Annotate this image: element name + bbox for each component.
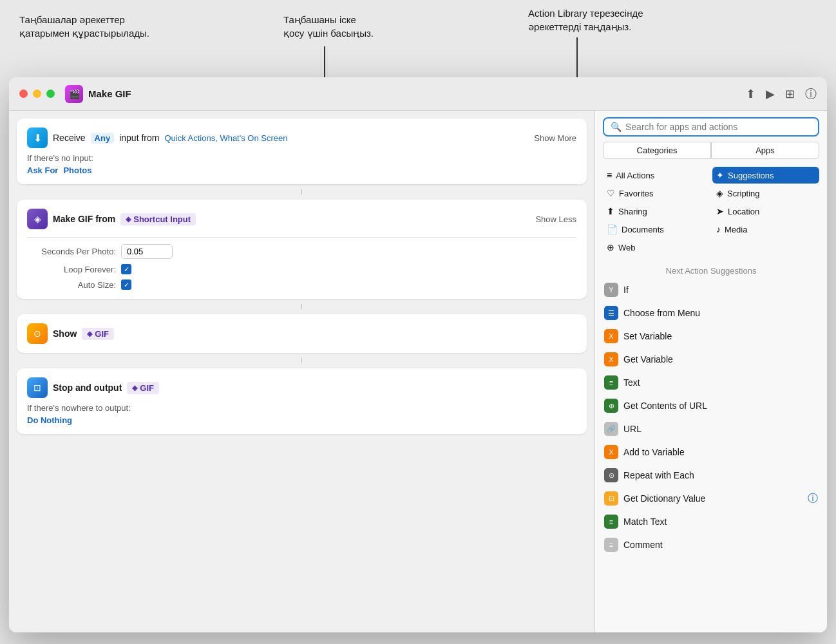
- action-icon-text: ≡: [604, 375, 618, 390]
- do-nothing-button[interactable]: Do Nothing: [27, 415, 576, 425]
- category-label-all_actions: All Actions: [616, 171, 654, 180]
- source-link[interactable]: Quick Actions, What's On Screen: [164, 133, 287, 143]
- action-item-choose_menu[interactable]: ☰ Choose from Menu: [595, 301, 827, 325]
- category-item-sharing[interactable]: ⬆Sharing: [603, 203, 710, 220]
- search-input[interactable]: [625, 122, 812, 132]
- receive-icon: ⬇: [27, 128, 48, 148]
- loop-checkbox[interactable]: ✓: [121, 264, 131, 274]
- category-item-favorites[interactable]: ♡Favorites: [603, 185, 710, 202]
- workflow-panel: ⬇ Receive Any input from Quick Actions, …: [9, 111, 595, 632]
- if-nowhere-text: If there's nowhere to output:: [27, 403, 576, 413]
- stop-title: Stop and output: [53, 383, 122, 393]
- category-label-scripting: Scripting: [727, 189, 760, 198]
- connector-3: [17, 358, 587, 363]
- category-icon-media: ♪: [716, 224, 721, 234]
- category-item-all_actions[interactable]: ≡All Actions: [603, 167, 710, 184]
- category-item-location[interactable]: ➤Location: [712, 203, 819, 220]
- action-item-match_text[interactable]: ≡ Match Text: [595, 510, 827, 533]
- annotation-3: Action Library терезесінде әрекеттерді т…: [528, 6, 643, 33]
- action-item-get_dict[interactable]: ⊡ Get Dictionary Value ⓘ: [595, 487, 827, 510]
- apps-button[interactable]: Apps: [711, 142, 819, 159]
- any-tag[interactable]: Any: [91, 133, 115, 144]
- show-more-button[interactable]: Show More: [534, 133, 576, 143]
- categories-grid: ≡All Actions✦Suggestions♡Favorites◈Scrip…: [595, 164, 827, 261]
- main-window: 🎬 Make GIF ⬆ ▶ ⊞ ⓘ ⬇ Receive Any input f…: [9, 77, 827, 632]
- category-icon-all_actions: ≡: [607, 170, 612, 180]
- search-wrapper: 🔍: [603, 117, 819, 137]
- search-icon: 🔍: [611, 122, 622, 132]
- if-no-input-text: If there's no input:: [27, 153, 576, 163]
- category-icon-documents: 📄: [607, 224, 618, 234]
- category-label-web: Web: [618, 243, 636, 252]
- annotation-2: Таңбашаны іске қосу үшін басыңыз.: [283, 13, 374, 40]
- category-item-documents[interactable]: 📄Documents: [603, 221, 710, 238]
- action-item-comment[interactable]: ≡ Comment: [595, 533, 827, 556]
- show-card: ⊙ Show ◈ GIF: [17, 314, 587, 353]
- action-item-set_variable[interactable]: X Set Variable: [595, 325, 827, 348]
- category-label-media: Media: [725, 225, 747, 234]
- category-label-suggestions: Suggestions: [728, 171, 774, 180]
- ask-for-button[interactable]: Ask For: [27, 166, 58, 175]
- action-icon-get_dict: ⊡: [604, 491, 618, 506]
- add-action-button[interactable]: ⊞: [785, 87, 795, 101]
- action-name-get_url: Get Contents of URL: [623, 401, 818, 411]
- connector-1: [17, 189, 587, 194]
- seconds-value[interactable]: 0.05: [121, 244, 173, 259]
- auto-label: Auto Size:: [32, 280, 116, 290]
- loop-label: Loop Forever:: [32, 265, 116, 274]
- show-title: Show: [53, 328, 77, 339]
- category-item-scripting[interactable]: ◈Scripting: [712, 185, 819, 202]
- suggestions-section: Next Action Suggestions Y If ☰ Choose fr…: [595, 261, 827, 632]
- action-item-repeat_each[interactable]: ⊙ Repeat with Each: [595, 464, 827, 487]
- action-icon-add_variable: X: [604, 445, 618, 459]
- category-icon-suggestions: ✦: [716, 170, 724, 180]
- category-label-location: Location: [728, 207, 759, 216]
- maximize-button[interactable]: [46, 90, 55, 98]
- category-icon-favorites: ♡: [607, 188, 615, 198]
- action-item-url[interactable]: 🔗 URL: [595, 417, 827, 440]
- category-label-documents: Documents: [622, 225, 664, 234]
- close-button[interactable]: [19, 90, 28, 98]
- action-name-repeat_each: Repeat with Each: [623, 470, 818, 480]
- seconds-label: Seconds Per Photo:: [32, 247, 116, 256]
- action-icon-choose_menu: ☰: [604, 306, 618, 320]
- window-title: Make GIF: [88, 88, 746, 99]
- action-item-add_variable[interactable]: X Add to Variable: [595, 440, 827, 464]
- show-icon: ⊙: [27, 323, 48, 344]
- auto-checkbox[interactable]: ✓: [121, 279, 131, 290]
- action-name-choose_menu: Choose from Menu: [623, 308, 818, 318]
- action-item-get_url[interactable]: ⊕ Get Contents of URL: [595, 394, 827, 417]
- category-item-suggestions[interactable]: ✦Suggestions: [712, 167, 819, 184]
- shortcut-input-tag[interactable]: ◈ Shortcut Input: [120, 213, 196, 225]
- action-icon-url: 🔗: [604, 422, 618, 436]
- action-item-if[interactable]: Y If: [595, 278, 827, 301]
- category-item-media[interactable]: ♪Media: [712, 221, 819, 238]
- photos-button[interactable]: Photos: [63, 166, 91, 175]
- action-item-get_variable[interactable]: X Get Variable: [595, 348, 827, 371]
- input-from-text: input from: [119, 133, 159, 143]
- stop-icon: ⊡: [27, 377, 48, 398]
- play-button[interactable]: ▶: [766, 87, 775, 101]
- category-label-sharing: Sharing: [618, 207, 647, 216]
- action-name-if: If: [623, 285, 818, 295]
- share-button[interactable]: ⬆: [746, 87, 755, 101]
- minimize-button[interactable]: [33, 90, 41, 98]
- categories-button[interactable]: Categories: [603, 142, 711, 159]
- action-item-text[interactable]: ≡ Text: [595, 371, 827, 394]
- stop-gif-badge[interactable]: ◈ GIF: [127, 382, 159, 394]
- show-less-button[interactable]: Show Less: [535, 214, 576, 224]
- info-button[interactable]: ⓘ: [805, 86, 817, 102]
- make-gif-title: Make GIF from: [53, 214, 115, 224]
- info-icon-get_dict[interactable]: ⓘ: [808, 492, 818, 506]
- action-name-text: Text: [623, 377, 818, 388]
- show-gif-badge[interactable]: ◈ GIF: [82, 328, 114, 340]
- connector-2: [17, 304, 587, 309]
- actions-list: Y If ☰ Choose from Menu X Set Variable X…: [595, 278, 827, 556]
- category-icon-scripting: ◈: [716, 188, 723, 198]
- action-name-add_variable: Add to Variable: [623, 447, 818, 457]
- make-gif-icon: ◈: [27, 209, 48, 229]
- receive-card: ⬇ Receive Any input from Quick Actions, …: [17, 118, 587, 184]
- category-icon-location: ➤: [716, 206, 724, 216]
- category-item-web[interactable]: ⊕Web: [603, 239, 710, 256]
- category-icon-web: ⊕: [607, 242, 614, 252]
